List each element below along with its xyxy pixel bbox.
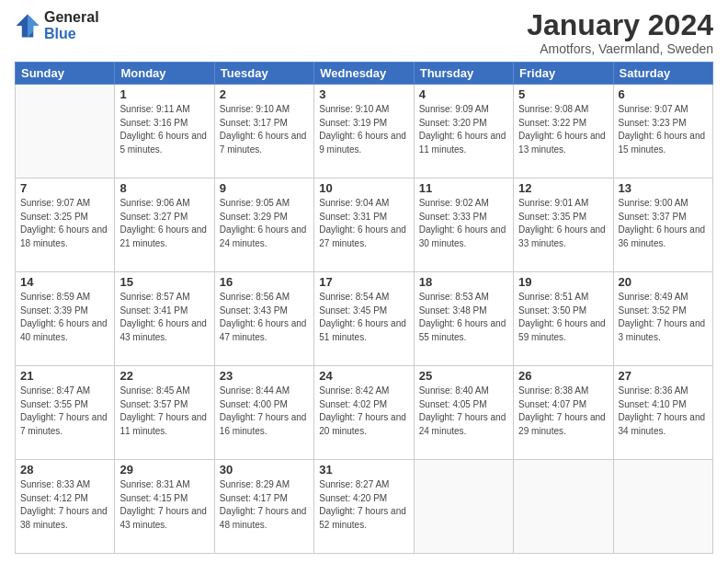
logo-text-line2: Blue <box>44 26 99 42</box>
day-number: 3 <box>319 87 408 101</box>
calendar-cell: 2Sunrise: 9:10 AM Sunset: 3:17 PM Daylig… <box>214 85 313 178</box>
calendar-cell: 20Sunrise: 8:49 AM Sunset: 3:52 PM Dayli… <box>613 272 712 366</box>
calendar-cell: 6Sunrise: 9:07 AM Sunset: 3:23 PM Daylig… <box>613 85 712 178</box>
calendar-cell: 11Sunrise: 9:02 AM Sunset: 3:33 PM Dayli… <box>414 178 513 272</box>
day-info: Sunrise: 8:38 AM Sunset: 4:07 PM Dayligh… <box>518 385 608 438</box>
calendar-cell: 22Sunrise: 8:45 AM Sunset: 3:57 PM Dayli… <box>115 366 214 460</box>
day-number: 1 <box>119 87 209 101</box>
day-info: Sunrise: 8:36 AM Sunset: 4:10 PM Dayligh… <box>619 385 708 438</box>
day-number: 9 <box>220 181 309 195</box>
day-info: Sunrise: 9:11 AM Sunset: 3:16 PM Dayligh… <box>119 103 209 156</box>
day-info: Sunrise: 9:04 AM Sunset: 3:31 PM Dayligh… <box>319 197 408 250</box>
day-info: Sunrise: 8:59 AM Sunset: 3:39 PM Dayligh… <box>20 291 109 344</box>
calendar-cell: 21Sunrise: 8:47 AM Sunset: 3:55 PM Dayli… <box>16 366 115 460</box>
calendar-cell: 26Sunrise: 8:38 AM Sunset: 4:07 PM Dayli… <box>514 366 613 460</box>
day-number: 2 <box>220 87 309 101</box>
day-number: 13 <box>619 181 708 195</box>
day-number: 18 <box>419 275 508 289</box>
day-info: Sunrise: 8:40 AM Sunset: 4:05 PM Dayligh… <box>419 385 508 438</box>
day-number: 30 <box>220 463 309 477</box>
calendar: SundayMondayTuesdayWednesdayThursdayFrid… <box>15 62 713 554</box>
day-number: 6 <box>619 87 708 101</box>
day-info: Sunrise: 9:06 AM Sunset: 3:27 PM Dayligh… <box>119 197 209 250</box>
calendar-cell: 30Sunrise: 8:29 AM Sunset: 4:17 PM Dayli… <box>214 460 313 554</box>
day-info: Sunrise: 8:44 AM Sunset: 4:00 PM Dayligh… <box>220 385 309 438</box>
calendar-cell: 31Sunrise: 8:27 AM Sunset: 4:20 PM Dayli… <box>314 460 414 554</box>
day-number: 24 <box>319 369 408 383</box>
week-row-5: 28Sunrise: 8:33 AM Sunset: 4:12 PM Dayli… <box>16 460 713 554</box>
day-number: 15 <box>119 275 209 289</box>
day-number: 22 <box>119 369 209 383</box>
calendar-cell: 9Sunrise: 9:05 AM Sunset: 3:29 PM Daylig… <box>214 178 313 272</box>
calendar-cell: 24Sunrise: 8:42 AM Sunset: 4:02 PM Dayli… <box>314 366 414 460</box>
day-number: 23 <box>220 369 309 383</box>
day-number: 17 <box>319 275 408 289</box>
day-number: 14 <box>20 275 109 289</box>
calendar-cell: 7Sunrise: 9:07 AM Sunset: 3:25 PM Daylig… <box>16 178 115 272</box>
day-header-saturday: Saturday <box>613 63 712 85</box>
day-info: Sunrise: 9:08 AM Sunset: 3:22 PM Dayligh… <box>518 103 608 156</box>
calendar-cell: 15Sunrise: 8:57 AM Sunset: 3:41 PM Dayli… <box>115 272 214 366</box>
day-info: Sunrise: 8:54 AM Sunset: 3:45 PM Dayligh… <box>319 291 408 344</box>
calendar-header-row: SundayMondayTuesdayWednesdayThursdayFrid… <box>16 63 713 85</box>
calendar-cell: 18Sunrise: 8:53 AM Sunset: 3:48 PM Dayli… <box>414 272 513 366</box>
day-info: Sunrise: 9:07 AM Sunset: 3:23 PM Dayligh… <box>619 103 708 156</box>
calendar-cell: 1Sunrise: 9:11 AM Sunset: 3:16 PM Daylig… <box>115 85 214 178</box>
day-header-wednesday: Wednesday <box>314 63 414 85</box>
calendar-cell <box>414 460 513 554</box>
day-number: 5 <box>518 87 608 101</box>
calendar-cell: 14Sunrise: 8:59 AM Sunset: 3:39 PM Dayli… <box>16 272 115 366</box>
week-row-4: 21Sunrise: 8:47 AM Sunset: 3:55 PM Dayli… <box>16 366 713 460</box>
calendar-cell <box>16 85 115 178</box>
calendar-cell: 4Sunrise: 9:09 AM Sunset: 3:20 PM Daylig… <box>414 85 513 178</box>
calendar-cell: 17Sunrise: 8:54 AM Sunset: 3:45 PM Dayli… <box>314 272 414 366</box>
day-number: 7 <box>20 181 109 195</box>
day-info: Sunrise: 8:45 AM Sunset: 3:57 PM Dayligh… <box>119 385 209 438</box>
day-info: Sunrise: 9:09 AM Sunset: 3:20 PM Dayligh… <box>419 103 508 156</box>
calendar-cell: 5Sunrise: 9:08 AM Sunset: 3:22 PM Daylig… <box>514 85 613 178</box>
header: General Blue January 2024 Amotfors, Vaer… <box>15 9 713 56</box>
day-header-sunday: Sunday <box>16 63 115 85</box>
week-row-2: 7Sunrise: 9:07 AM Sunset: 3:25 PM Daylig… <box>16 178 713 272</box>
day-info: Sunrise: 9:10 AM Sunset: 3:19 PM Dayligh… <box>319 103 408 156</box>
day-number: 11 <box>419 181 508 195</box>
title-area: January 2024 Amotfors, Vaermland, Sweden <box>527 9 713 56</box>
day-info: Sunrise: 8:53 AM Sunset: 3:48 PM Dayligh… <box>419 291 508 344</box>
logo: General Blue <box>15 9 99 43</box>
day-number: 19 <box>518 275 608 289</box>
day-info: Sunrise: 8:29 AM Sunset: 4:17 PM Dayligh… <box>220 478 309 532</box>
calendar-cell: 8Sunrise: 9:06 AM Sunset: 3:27 PM Daylig… <box>115 178 214 272</box>
day-number: 20 <box>619 275 708 289</box>
calendar-cell <box>514 460 613 554</box>
day-number: 31 <box>319 463 408 477</box>
day-number: 4 <box>419 87 508 101</box>
calendar-cell: 10Sunrise: 9:04 AM Sunset: 3:31 PM Dayli… <box>314 178 414 272</box>
day-info: Sunrise: 9:01 AM Sunset: 3:35 PM Dayligh… <box>518 197 608 250</box>
calendar-cell: 27Sunrise: 8:36 AM Sunset: 4:10 PM Dayli… <box>613 366 712 460</box>
day-info: Sunrise: 8:47 AM Sunset: 3:55 PM Dayligh… <box>20 385 109 438</box>
day-info: Sunrise: 9:00 AM Sunset: 3:37 PM Dayligh… <box>619 197 708 250</box>
day-info: Sunrise: 9:05 AM Sunset: 3:29 PM Dayligh… <box>220 197 309 250</box>
calendar-cell: 28Sunrise: 8:33 AM Sunset: 4:12 PM Dayli… <box>16 460 115 554</box>
day-number: 16 <box>220 275 309 289</box>
day-number: 8 <box>119 181 209 195</box>
day-header-thursday: Thursday <box>414 63 513 85</box>
subtitle: Amotfors, Vaermland, Sweden <box>527 41 713 56</box>
day-number: 27 <box>619 369 708 383</box>
logo-icon <box>15 13 40 39</box>
month-title: January 2024 <box>527 9 713 41</box>
calendar-cell: 19Sunrise: 8:51 AM Sunset: 3:50 PM Dayli… <box>514 272 613 366</box>
day-number: 12 <box>518 181 608 195</box>
day-info: Sunrise: 8:51 AM Sunset: 3:50 PM Dayligh… <box>518 291 608 344</box>
day-info: Sunrise: 8:27 AM Sunset: 4:20 PM Dayligh… <box>319 478 408 532</box>
week-row-1: 1Sunrise: 9:11 AM Sunset: 3:16 PM Daylig… <box>16 85 713 178</box>
calendar-cell: 12Sunrise: 9:01 AM Sunset: 3:35 PM Dayli… <box>514 178 613 272</box>
day-number: 25 <box>419 369 508 383</box>
calendar-cell: 16Sunrise: 8:56 AM Sunset: 3:43 PM Dayli… <box>214 272 313 366</box>
calendar-cell: 13Sunrise: 9:00 AM Sunset: 3:37 PM Dayli… <box>613 178 712 272</box>
calendar-cell: 29Sunrise: 8:31 AM Sunset: 4:15 PM Dayli… <box>115 460 214 554</box>
day-info: Sunrise: 8:33 AM Sunset: 4:12 PM Dayligh… <box>20 478 109 532</box>
day-header-tuesday: Tuesday <box>214 63 313 85</box>
day-info: Sunrise: 8:49 AM Sunset: 3:52 PM Dayligh… <box>619 291 708 344</box>
calendar-cell: 23Sunrise: 8:44 AM Sunset: 4:00 PM Dayli… <box>214 366 313 460</box>
